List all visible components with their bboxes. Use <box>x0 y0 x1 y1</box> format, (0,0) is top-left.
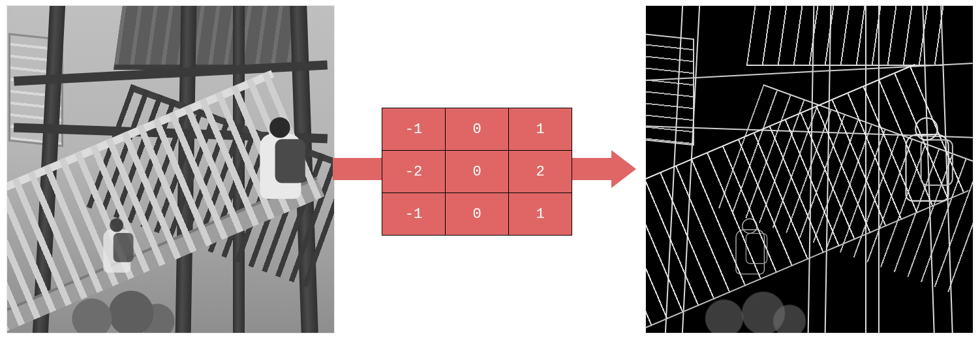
kernel-cell: -2 <box>382 151 446 193</box>
kernel-cell: 1 <box>509 193 572 236</box>
edge-scene <box>646 6 973 333</box>
kernel-cell: 0 <box>446 193 509 236</box>
kernel-cell: 0 <box>446 108 509 151</box>
person-icon <box>100 219 136 296</box>
kernel-cell: -1 <box>382 108 446 151</box>
input-image <box>7 5 335 333</box>
diagram-canvas: -1 0 1 -2 0 2 -1 0 1 <box>0 0 980 355</box>
kernel-cell: -1 <box>382 193 446 236</box>
kernel-row: -1 0 1 <box>382 193 572 236</box>
kernel-row: -1 0 1 <box>382 108 572 151</box>
output-image <box>645 5 973 333</box>
grayscale-scene <box>7 6 334 333</box>
person-icon <box>254 117 308 234</box>
kernel-cell: 1 <box>509 108 572 151</box>
kernel-cell: 2 <box>509 151 572 193</box>
arrow-head-icon <box>611 150 636 188</box>
person-outline-icon <box>732 219 768 296</box>
kernel-row: -2 0 2 <box>382 151 572 193</box>
person-outline-icon <box>900 117 953 234</box>
kernel-cell: 0 <box>446 151 509 193</box>
convolution-kernel: -1 0 1 -2 0 2 -1 0 1 <box>382 108 572 236</box>
